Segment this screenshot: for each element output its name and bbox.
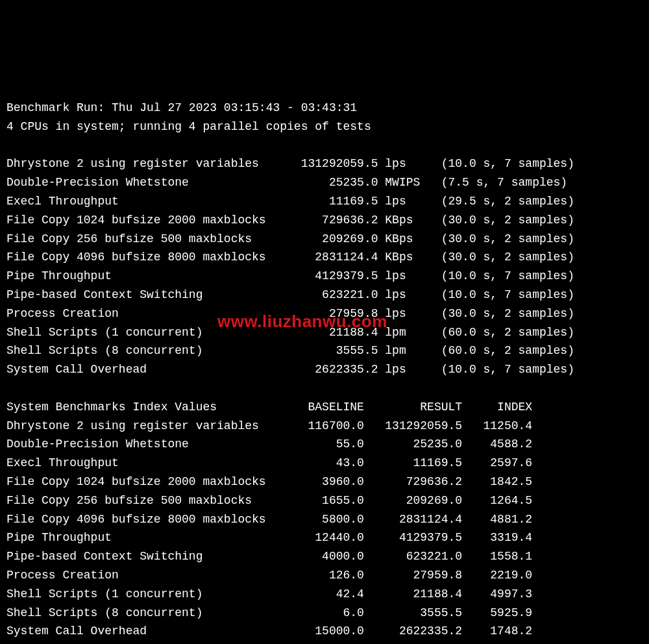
index-block: System Benchmarks Index Values BASELINE … bbox=[6, 401, 532, 638]
terminal-output: Benchmark Run: Thu Jul 27 2023 03:15:43 … bbox=[0, 93, 649, 644]
results-block: Dhrystone 2 using register variables 131… bbox=[6, 157, 574, 376]
benchmark-run-line: Benchmark Run: Thu Jul 27 2023 03:15:43 … bbox=[6, 101, 357, 114]
cpu-info-line: 4 CPUs in system; running 4 parallel cop… bbox=[6, 120, 371, 133]
